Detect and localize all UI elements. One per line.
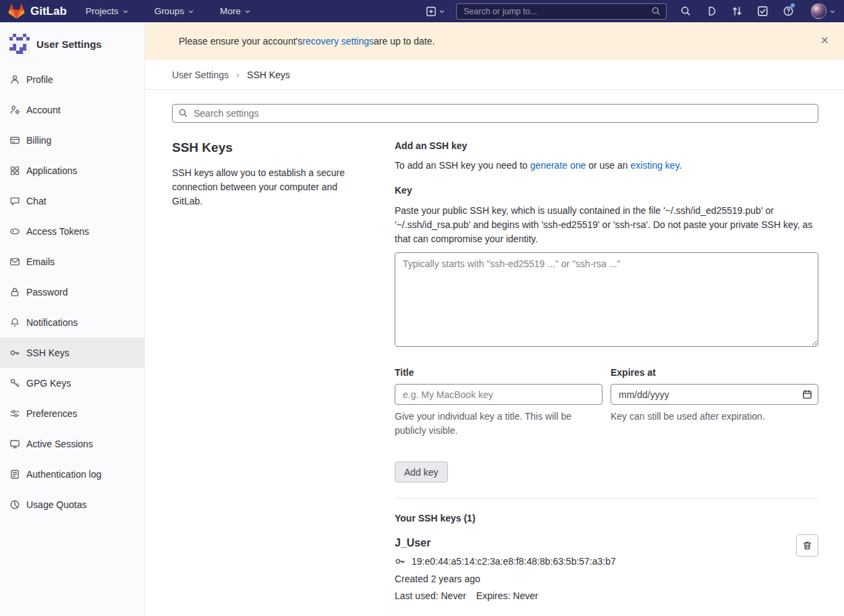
existing-key-link[interactable]: existing key [631,160,679,171]
settings-search-input[interactable] [172,104,818,123]
ssh-key-created: Created 2 years ago [395,573,785,584]
settings-sidebar: User Settings Profile Account Billing Ap… [0,22,145,616]
alert-text-after: are up to date. [374,36,434,47]
breadcrumb-user-settings[interactable]: User Settings [172,69,229,80]
add-ssh-key-heading: Add an SSH key [395,140,818,151]
delete-key-button[interactable] [796,534,818,557]
key-field-label: Key [395,185,818,196]
key-field-description: Paste your public SSH key, which is usua… [395,204,818,246]
user-identicon-avatar [9,34,30,54]
ssh-key-title: J_User [395,537,785,549]
expires-at-date-input[interactable] [611,384,818,405]
help-menu-button[interactable] [783,5,803,17]
navbar-icons [680,5,803,17]
chevron-right-icon [235,72,241,78]
profile-icon [9,74,20,85]
account-icon [9,105,20,115]
user-menu-button[interactable] [811,3,836,19]
section-description: SSH keys allow you to establish a secure… [172,166,368,208]
section-divider [395,498,818,499]
sidebar-item-emails[interactable]: Emails [0,246,144,277]
merge-request-icon[interactable] [731,5,743,17]
notification-dot [791,3,795,7]
ssh-key-expires: Expires: Never [476,590,538,601]
sidebar-item-ssh-keys[interactable]: SSH Keys [0,337,144,368]
alert-text-before: Please ensure your account's [179,36,302,47]
ssh-key-textarea[interactable] [395,252,818,347]
user-avatar [811,3,826,19]
chevron-down-icon [796,8,803,15]
search-icon[interactable] [680,5,692,17]
global-search [456,3,667,20]
sidebar-item-gpg-keys[interactable]: GPG Keys [0,368,144,398]
todos-icon[interactable] [757,5,768,17]
brand-text: GitLab [30,5,67,18]
password-icon [9,287,20,298]
authentication-log-icon [9,469,20,480]
sidebar-item-applications[interactable]: Applications [0,155,144,186]
sidebar-title: User Settings [36,38,102,50]
ssh-key-fingerprint: 19:e0:44:a5:14:c2:3a:e8:f8:48:8b:63:5b:5… [412,556,616,567]
issues-icon[interactable] [706,5,717,17]
title-field: Title Give your individual key a title. … [395,367,602,438]
gitlab-home-link[interactable]: GitLab [8,3,67,20]
chevron-down-icon [188,8,194,15]
sidebar-item-password[interactable]: Password [0,277,144,307]
search-icon [178,108,188,118]
main-area: Please ensure your account's recovery se… [145,22,844,616]
sidebar-item-access-tokens[interactable]: Access Tokens [0,216,144,246]
new-menu-button[interactable] [426,6,445,17]
section-intro: SSH Keys SSH keys allow you to establish… [172,140,368,208]
sidebar-header: User Settings [0,22,144,64]
key-icon [395,556,405,567]
sidebar-item-active-sessions[interactable]: Active Sessions [0,428,144,459]
gitlab-tanuki-icon [8,3,25,20]
ssh-key-fingerprint-row: 19:e0:44:a5:14:c2:3a:e8:f8:48:8b:63:5b:5… [395,556,785,567]
plus-square-icon [426,6,437,17]
expires-help-text: Key can still be used after expiration. [611,410,818,424]
title-expires-row: Title Give your individual key a title. … [395,367,818,438]
chevron-down-icon [439,8,445,15]
gpg-keys-icon [9,378,20,389]
global-search-input[interactable] [456,3,667,20]
applications-icon [9,165,20,176]
emails-icon [9,256,20,267]
nav-item-more[interactable]: More [220,6,251,16]
chevron-down-icon [122,8,129,15]
breadcrumb-current: SSH Keys [247,69,290,80]
ssh-key-form-column: Add an SSH key To add an SSH key you nee… [395,140,818,601]
breadcrumb: User Settings SSH Keys [145,60,844,90]
recovery-settings-alert: Please ensure your account's recovery se… [145,22,844,60]
sidebar-item-preferences[interactable]: Preferences [0,398,144,428]
sidebar-item-profile[interactable]: Profile [0,64,144,94]
sidebar-item-notifications[interactable]: Notifications [0,307,144,337]
add-key-button[interactable]: Add key [395,461,448,482]
title-help-text: Give your individual key a title. This w… [395,410,602,438]
ssh-keys-icon [9,347,20,358]
ssh-key-list-item: J_User 19:e0:44:a5:14:c2:3a:e8:f8:48:8b:… [395,537,818,601]
preferences-icon [9,408,20,419]
sidebar-item-chat[interactable]: Chat [0,186,144,216]
search-icon [651,6,661,16]
generate-one-link[interactable]: generate one [530,160,586,171]
settings-search [172,104,818,123]
recovery-settings-link[interactable]: recovery settings [302,36,374,47]
top-navbar: GitLab Projects Groups More [0,0,844,22]
title-input[interactable] [395,384,602,405]
sidebar-item-authentication-log[interactable]: Authentication log [0,459,144,489]
nav-item-groups[interactable]: Groups [154,6,194,16]
sidebar-item-billing[interactable]: Billing [0,125,144,155]
navbar-menu: Projects Groups More [86,6,251,16]
chevron-down-icon [829,8,836,15]
notifications-icon [9,317,20,328]
page-title: SSH Keys [172,140,368,155]
expires-field-label: Expires at [611,367,818,378]
ssh-key-meta: Last used: Never Expires: Never [395,590,785,601]
sidebar-item-usage-quotas[interactable]: Usage Quotas [0,489,144,520]
your-ssh-keys-heading: Your SSH keys (1) [395,513,818,524]
ssh-keys-content: SSH Keys SSH keys allow you to establish… [145,123,844,601]
nav-item-projects[interactable]: Projects [86,6,129,16]
sidebar-item-account[interactable]: Account [0,94,144,125]
chat-icon [9,196,20,206]
alert-close-button[interactable] [818,33,832,49]
